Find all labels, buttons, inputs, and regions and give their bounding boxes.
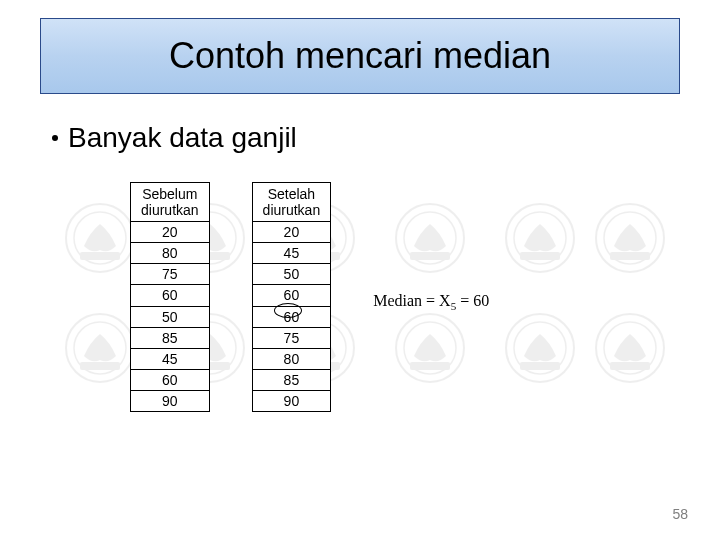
bullet-item: Banyak data ganjil (52, 122, 680, 154)
median-sub: 5 (451, 300, 457, 312)
tables-container: Sebelum diurutkan 20 80 75 60 50 85 45 6… (40, 178, 680, 412)
page-number: 58 (672, 506, 688, 522)
table-cell: 90 (131, 390, 210, 411)
slide-title: Contoh mencari median (41, 35, 679, 77)
table-before: Sebelum diurutkan 20 80 75 60 50 85 45 6… (130, 182, 210, 412)
median-equation: Median = X5 = 60 (373, 292, 489, 312)
table-cell: 50 (131, 306, 210, 327)
median-var: X (439, 292, 451, 309)
header-line: Sebelum (142, 186, 197, 202)
table-cell: 20 (131, 222, 210, 243)
table-cell: 80 (252, 348, 331, 369)
median-circle-marker (274, 303, 302, 318)
table-after-wrap: Setelah diurutkan 20 45 50 60 60 75 80 8… (252, 182, 332, 412)
table-before-header: Sebelum diurutkan (131, 183, 210, 222)
header-line: diurutkan (141, 202, 199, 218)
bullet-icon (52, 135, 58, 141)
table-cell: 60 (131, 369, 210, 390)
title-box: Contoh mencari median (40, 18, 680, 94)
content-area: Sebelum diurutkan 20 80 75 60 50 85 45 6… (40, 178, 680, 458)
table-cell: 45 (131, 348, 210, 369)
table-cell: 75 (252, 327, 331, 348)
median-label: Median (373, 292, 422, 309)
header-line: Setelah (268, 186, 315, 202)
table-cell: 60 (131, 285, 210, 306)
table-cell: 85 (131, 327, 210, 348)
table-cell: 90 (252, 390, 331, 411)
table-after-header: Setelah diurutkan (252, 183, 331, 222)
table-after: Setelah diurutkan 20 45 50 60 60 75 80 8… (252, 182, 332, 412)
table-cell: 50 (252, 264, 331, 285)
table-cell: 80 (131, 243, 210, 264)
table-cell: 20 (252, 222, 331, 243)
header-line: diurutkan (263, 202, 321, 218)
table-cell: 75 (131, 264, 210, 285)
table-cell: 45 (252, 243, 331, 264)
median-value: 60 (473, 292, 489, 309)
bullet-text: Banyak data ganjil (68, 122, 297, 154)
table-cell: 85 (252, 369, 331, 390)
